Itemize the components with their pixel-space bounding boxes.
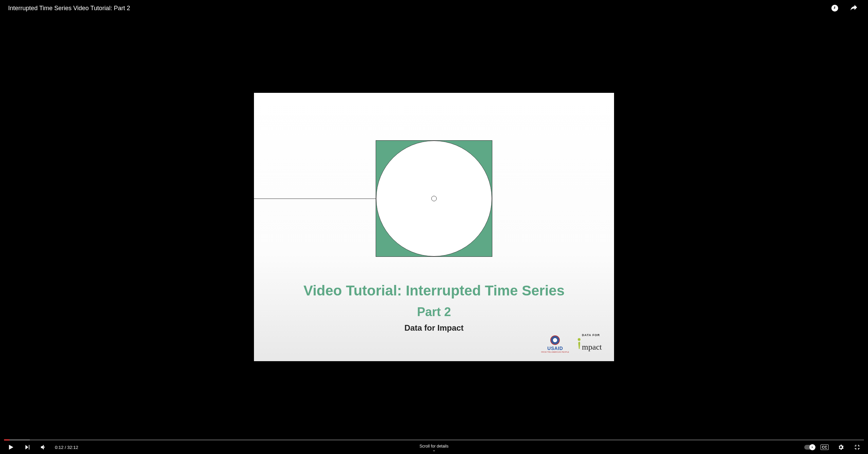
usaid-text: USAID: [547, 346, 563, 351]
controls-left: 0:12 / 32:12: [4, 440, 78, 454]
gear-icon: [837, 444, 844, 451]
usaid-logo: USAID FROM THE AMERICAN PEOPLE: [541, 335, 569, 353]
video-viewport[interactable]: Video Tutorial: Interrupted Time Series …: [254, 93, 614, 361]
d4i-prefix: DATA FOR: [582, 333, 600, 337]
top-actions: [829, 2, 860, 14]
share-button[interactable]: [848, 2, 860, 14]
player-controls: 0:12 / 32:12 CC: [0, 440, 868, 454]
slide-logos: USAID FROM THE AMERICAN PEOPLE DATA FOR …: [541, 335, 602, 353]
player-top-bar: Interrupted Time Series Video Tutorial: …: [0, 0, 868, 16]
controls-right: CC: [804, 440, 864, 454]
slide-logo-graphic: [376, 140, 492, 257]
duration: 32:12: [67, 445, 78, 450]
current-time: 0:12: [55, 445, 63, 450]
clock-icon: [831, 4, 839, 12]
time-display: 0:12 / 32:12: [55, 445, 78, 450]
slide-logo-center-dot: [431, 196, 437, 201]
autoplay-toggle-knob: [809, 444, 815, 450]
volume-icon: [40, 443, 47, 451]
slide-subtitle: Part 2: [254, 305, 614, 319]
settings-button[interactable]: [834, 440, 848, 454]
video-title[interactable]: Interrupted Time Series Video Tutorial: …: [8, 5, 130, 12]
d4i-main: mpact: [582, 343, 602, 352]
cc-icon: CC: [821, 445, 829, 450]
share-icon: [849, 4, 858, 13]
exit-fullscreen-icon: [853, 443, 861, 451]
subtitles-button[interactable]: CC: [818, 440, 831, 454]
video-player: Video Tutorial: Interrupted Time Series …: [0, 0, 868, 454]
play-button[interactable]: [4, 440, 18, 454]
mute-button[interactable]: [37, 440, 50, 454]
play-icon: [7, 443, 15, 451]
next-button[interactable]: [20, 440, 34, 454]
usaid-seal-icon: [550, 335, 560, 345]
d4i-mark-icon: [577, 340, 580, 350]
watch-later-button[interactable]: [829, 2, 841, 14]
slide-organization: Data for Impact: [254, 323, 614, 333]
usaid-subtext: FROM THE AMERICAN PEOPLE: [541, 351, 569, 353]
exit-fullscreen-button[interactable]: [850, 440, 864, 454]
data-for-impact-logo: DATA FOR mpact: [577, 337, 602, 352]
slide-title: Video Tutorial: Interrupted Time Series: [254, 283, 614, 299]
autoplay-toggle[interactable]: [804, 445, 815, 450]
next-icon: [24, 444, 31, 451]
